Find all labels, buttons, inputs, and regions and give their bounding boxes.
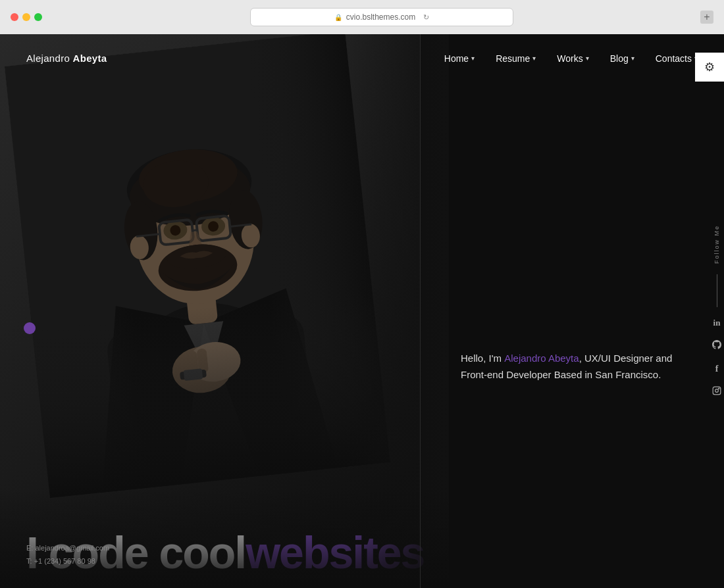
address-bar[interactable]: 🔒 cvio.bslthemes.com ↻ — [250, 8, 513, 26]
follow-me-label: Follow Me — [713, 225, 720, 264]
nav-item-works[interactable]: Works ▾ — [557, 53, 588, 64]
email-label: E: — [26, 544, 33, 552]
svg-rect-35 — [713, 387, 721, 395]
chevron-down-icon: ▾ — [471, 55, 475, 62]
facebook-icon[interactable]: f — [715, 364, 719, 374]
nav-item-home[interactable]: Home ▾ — [444, 53, 475, 64]
phone-label: T: — [26, 557, 32, 565]
social-icons-list: in f — [712, 318, 721, 397]
brand-first: Alejandro — [26, 53, 73, 64]
nav-item-resume[interactable]: Resume ▾ — [496, 53, 536, 64]
svg-rect-34 — [5, 34, 390, 498]
instagram-icon[interactable] — [712, 386, 721, 397]
nav-links: Home ▾ Resume ▾ Works ▾ Blog ▾ Contacts … — [444, 53, 698, 64]
chevron-down-icon: ▾ — [631, 55, 634, 62]
svg-point-37 — [719, 388, 719, 389]
intro-text: Hello, I'm Alejandro Abeyta, UX/UI Desig… — [461, 350, 685, 383]
social-sidebar: Follow Me in f — [712, 225, 724, 397]
website-content: Alejandro Abeyta Home ▾ Resume ▾ Works ▾… — [0, 34, 724, 588]
email-line: E: alejandroa@gmail.com — [26, 542, 109, 555]
nav-item-blog[interactable]: Blog ▾ — [610, 53, 634, 64]
minimize-button[interactable] — [22, 13, 30, 21]
follow-line-divider — [717, 274, 717, 307]
vertical-divider — [420, 34, 421, 588]
close-button[interactable] — [11, 13, 18, 21]
settings-button[interactable]: ⚙ — [695, 53, 724, 82]
lock-icon: 🔒 — [334, 14, 342, 21]
email-value: alejandroa@gmail.com — [35, 544, 109, 552]
svg-point-36 — [715, 389, 719, 393]
nav-item-contacts[interactable]: Contacts ▾ — [656, 53, 698, 64]
phone-line: T: +1 (234) 567 80 98 — [26, 555, 109, 568]
intro-paragraph: Hello, I'm Alejandro Abeyta, UX/UI Desig… — [461, 350, 685, 383]
profile-photo-frame — [5, 34, 390, 498]
new-tab-button[interactable]: + — [700, 11, 713, 24]
contact-info: E: alejandroa@gmail.com T: +1 (234) 567 … — [26, 542, 109, 568]
chevron-down-icon: ▾ — [586, 55, 589, 62]
hero-photo-area — [0, 34, 449, 588]
maximize-button[interactable] — [34, 13, 42, 21]
linkedin-icon[interactable]: in — [713, 318, 721, 328]
purple-dot-accent — [24, 322, 36, 334]
reload-icon[interactable]: ↻ — [423, 13, 429, 22]
right-content-area — [420, 34, 724, 588]
browser-chrome: 🔒 cvio.bslthemes.com ↻ + — [0, 0, 724, 34]
phone-value: +1 (234) 567 80 98 — [34, 557, 95, 565]
navbar: Alejandro Abeyta Home ▾ Resume ▾ Works ▾… — [0, 34, 724, 82]
brand-last: Abeyta — [73, 53, 107, 64]
github-icon[interactable] — [712, 340, 721, 352]
url-text: cvio.bslthemes.com — [346, 12, 415, 22]
gear-icon: ⚙ — [704, 60, 715, 74]
hero-name: Alejandro Abeyta — [504, 353, 579, 364]
chevron-down-icon: ▾ — [532, 55, 536, 62]
photo-bottom-fade — [0, 489, 449, 588]
profile-photo — [5, 34, 390, 498]
traffic-lights — [11, 13, 42, 21]
brand-logo[interactable]: Alejandro Abeyta — [26, 53, 107, 64]
intro-greeting: Hello, I'm — [461, 353, 504, 364]
